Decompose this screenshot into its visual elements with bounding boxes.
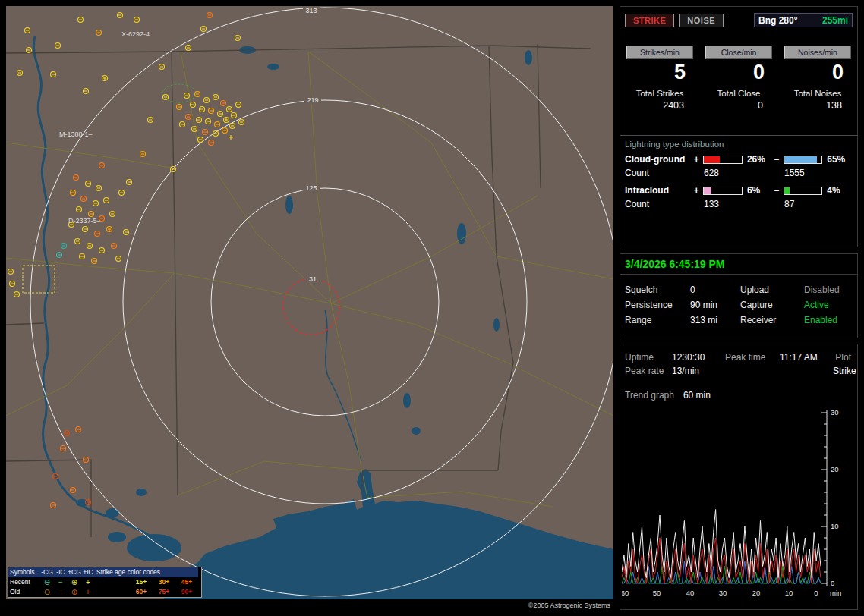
legend-symbol-glyph: + xyxy=(81,577,95,587)
strike-symbol xyxy=(102,76,108,81)
squelch-value: 0 xyxy=(690,284,740,295)
legend-symbol-glyph: ⊖ xyxy=(40,587,54,597)
x-axis-tick-label: 0 xyxy=(814,589,818,597)
strike-symbol xyxy=(107,227,112,232)
mode-button-row: STRIKE NOISE Bng 280° 255mi xyxy=(625,13,853,27)
upload-status: Disabled xyxy=(804,284,853,295)
strike-symbol xyxy=(96,186,102,191)
x-axis-tick-label: 30 xyxy=(719,589,727,597)
status-panel: 3/4/2026 6:45:19 PM Squelch 0 Upload Dis… xyxy=(620,253,858,338)
legend-spacer xyxy=(95,582,130,583)
strike-symbol xyxy=(203,130,208,135)
strike-symbol xyxy=(159,64,165,70)
total-noises-label: Total Noises xyxy=(778,89,857,98)
legend-age-value: 90+ xyxy=(175,587,198,597)
strike-symbol xyxy=(209,140,214,146)
close-per-min-value: 0 xyxy=(699,61,778,84)
strike-symbol xyxy=(10,281,15,287)
cloud-ground-row: Cloud-ground + 26% − 65% xyxy=(620,152,857,165)
receiver-label: Receiver xyxy=(740,315,804,325)
strike-symbol xyxy=(78,17,84,23)
strike-symbol xyxy=(204,98,210,103)
lightning-distribution-section: Lightning type distribution Cloud-ground… xyxy=(620,135,857,214)
strike-symbol xyxy=(227,107,232,112)
strike-symbol xyxy=(61,244,67,249)
strike-symbol xyxy=(71,190,76,196)
y-axis-tick-label: 0 xyxy=(831,579,834,587)
strike-symbol xyxy=(186,46,191,51)
range-setting-value: 313 mi xyxy=(690,315,740,325)
x-axis-tick-label: 10 xyxy=(785,589,793,597)
strike-symbol xyxy=(27,48,32,53)
x-axis-tick-label: 40 xyxy=(686,589,695,597)
strikes-per-min-button[interactable]: Strikes/min xyxy=(626,46,693,59)
total-noises-value: 138 xyxy=(778,100,857,111)
count-label: Count xyxy=(625,168,704,178)
intracloud-count-row: Count 133 87 xyxy=(620,196,857,214)
strike-symbol xyxy=(81,196,87,202)
strike-symbol xyxy=(116,256,121,262)
uptime-label: Uptime xyxy=(625,352,672,363)
ic-negative-bar xyxy=(784,187,823,195)
legend-row-label: Old xyxy=(8,587,40,597)
strike-symbol xyxy=(177,105,182,110)
station-label: M-1388-1– xyxy=(59,130,93,138)
strike-symbol xyxy=(95,231,100,237)
state-borders xyxy=(6,44,591,537)
plus-sign: + xyxy=(692,154,700,165)
noises-per-min-button[interactable]: Noises/min xyxy=(784,46,851,59)
strike-symbol xyxy=(51,503,56,508)
legend-symbol-glyph: ⊕ xyxy=(68,577,81,587)
legend-symbol-column-header: +IC xyxy=(81,567,95,577)
total-close-label: Total Close xyxy=(699,89,778,98)
strike-symbol xyxy=(76,427,81,432)
capture-status: Active xyxy=(804,300,853,310)
ring-distance-labels: 31321912531 xyxy=(303,6,321,283)
session-stats-row: Peak rate 13/min Strike xyxy=(625,364,853,378)
strike-symbol xyxy=(110,212,115,217)
settings-row: Persistence 90 min Capture Active xyxy=(620,297,857,313)
close-per-min-button[interactable]: Close/min xyxy=(705,46,772,59)
strike-symbol xyxy=(92,259,97,264)
ic-positive-pct: 6% xyxy=(746,185,773,196)
strike-symbol xyxy=(206,119,211,124)
strike-symbol xyxy=(239,120,244,125)
legend-row-label: Recent xyxy=(8,577,40,587)
receiver-status: Enabled xyxy=(804,315,853,325)
statistics-panel: STRIKE NOISE Bng 280° 255mi Strikes/min … xyxy=(620,6,858,247)
strike-symbol xyxy=(134,17,140,23)
capture-label: Capture xyxy=(740,300,804,310)
legend-symbol-glyph: − xyxy=(54,587,68,597)
strike-symbol xyxy=(197,118,202,123)
strike-symbol xyxy=(99,163,105,168)
cloud-ground-count-row: Count 628 1555 xyxy=(620,165,857,183)
strike-symbol xyxy=(61,446,66,451)
legend-spacer xyxy=(95,592,130,593)
strike-symbol xyxy=(86,181,91,187)
strike-symbol xyxy=(71,488,76,493)
strike-symbol xyxy=(215,122,220,127)
strike-symbol xyxy=(201,27,207,32)
station-label: X-6292-4 xyxy=(121,30,150,38)
ic-positive-bar xyxy=(703,187,743,195)
strike-symbol xyxy=(99,248,105,253)
strike-symbol xyxy=(140,152,146,157)
ring-distance-label: 31 xyxy=(309,275,317,283)
plot-value: Strike xyxy=(833,366,858,376)
strike-symbol xyxy=(209,108,214,114)
peak-rate-value: 13/min xyxy=(672,366,725,376)
station-label: D-2337-5– xyxy=(68,217,101,225)
settings-row: Range 313 mi Receiver Enabled xyxy=(620,313,857,328)
strike-symbol xyxy=(230,124,235,129)
datetime-display: 3/4/2026 6:45:19 PM xyxy=(620,254,857,275)
lightning-map[interactable]: 31321912531X-6292-4M-1388-1–D-2337-5– xyxy=(6,6,613,599)
strike-symbol xyxy=(127,180,132,185)
noise-toggle-button[interactable]: NOISE xyxy=(679,14,724,27)
strike-symbol xyxy=(83,227,88,232)
y-axis-tick-label: 10 xyxy=(831,522,839,530)
session-stats: Uptime 1230:30 Peak time 11:17 AM Plot P… xyxy=(620,344,857,378)
peak-time-label: Peak time xyxy=(725,352,780,363)
trend-graph-header: Trend graph 60 min xyxy=(620,378,857,401)
legend-symbol-column-header: -CG xyxy=(40,567,54,577)
strike-toggle-button[interactable]: STRIKE xyxy=(625,14,674,27)
